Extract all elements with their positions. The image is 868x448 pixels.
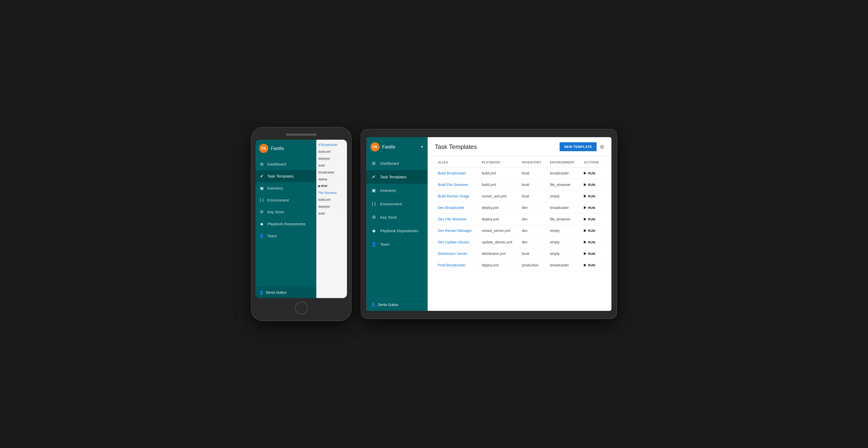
tablet-user: 👤 Denis Gukov — [366, 298, 428, 311]
cell-alias[interactable]: Dev Update Ubuntu — [435, 237, 479, 248]
tablet-screen: FA Fastlix ▼ ⊞ Dashboard ✔ Task Template… — [366, 137, 612, 311]
cell-alias[interactable]: Prod Broadcaster — [435, 260, 479, 271]
run-button[interactable]: RUN — [584, 252, 601, 256]
team-icon: 👤 — [259, 234, 264, 238]
playbook-repos-icon: ◆ — [371, 228, 377, 234]
run-button[interactable]: RUN — [584, 183, 601, 187]
sidebar-item-task-templates[interactable]: ✔ Task Templates — [366, 170, 428, 184]
col-inventory: INVENTORY — [519, 156, 547, 168]
inventory-icon: ▣ — [371, 188, 377, 193]
phone-content-row: broadcaster — [318, 170, 345, 175]
cell-actions[interactable]: RUN — [581, 213, 604, 225]
sidebar-item-label: Task Templates — [380, 175, 406, 179]
cell-inventory: dev — [519, 225, 547, 237]
sidebar-item-label: Inventory — [267, 186, 283, 190]
sidebar-item-label: Dashboard — [267, 162, 286, 166]
play-icon — [584, 229, 586, 232]
col-playbook: PLAYBOOK — [479, 156, 519, 168]
run-button[interactable]: RUN — [584, 240, 601, 244]
cell-alias[interactable]: Distribution Server — [435, 248, 479, 260]
tablet-device: FA Fastlix ▼ ⊞ Dashboard ✔ Task Template… — [361, 129, 617, 319]
cell-alias[interactable]: Build File Streamer — [435, 179, 479, 190]
cell-actions[interactable]: RUN — [581, 190, 604, 202]
cell-actions[interactable]: RUN — [581, 168, 604, 179]
phone-device: FA Fastlix ▼ TEMPLATE ⊞ Dashboard ✔ Task… — [251, 127, 351, 321]
sidebar-item-playbook-repos[interactable]: ◆ Playbook Repositories — [366, 224, 428, 238]
task-templates-icon: ✔ — [371, 174, 377, 180]
phone-content-row: build.yml — [318, 197, 345, 203]
header-actions: NEW TEMPLATE ⚙ — [560, 142, 604, 151]
table-row: Dev Update Ubuntu update_ubuntu.yml dev … — [435, 237, 604, 248]
sidebar-item-team[interactable]: 👤 Team — [366, 238, 428, 251]
phone-content-row: d Broadcaster — [318, 142, 345, 148]
cell-alias[interactable]: Dev File Streamer — [435, 213, 479, 225]
run-button[interactable]: RUN — [584, 263, 601, 267]
play-icon — [584, 241, 586, 244]
sidebar-item-label: Task Templates — [267, 174, 293, 178]
main-header: Task Templates NEW TEMPLATE ⚙ — [428, 137, 612, 156]
user-name: Denis Gukov — [378, 303, 398, 307]
run-button[interactable]: RUN — [584, 171, 601, 175]
sidebar-item-dashboard[interactable]: ⊞ Dashboard — [366, 156, 428, 170]
cell-alias[interactable]: Build Broadcaster — [435, 168, 479, 179]
cell-alias[interactable]: Dev Broadcaster — [435, 202, 479, 213]
cell-playbook: build.yml — [479, 168, 519, 179]
run-button[interactable]: RUN — [584, 195, 601, 198]
cell-actions[interactable]: RUN — [581, 202, 604, 213]
sidebar-item-label: Dashboard — [380, 161, 399, 166]
cell-inventory: local — [519, 190, 547, 202]
table-row: Prod Broadcaster deploy.yml production b… — [435, 260, 604, 271]
cell-alias[interactable]: Build Runner Image — [435, 190, 479, 202]
cell-playbook: deploy.yml — [479, 213, 519, 225]
cell-alias[interactable]: Dev Restart Manager — [435, 225, 479, 237]
cell-environment: empty — [547, 237, 581, 248]
cell-playbook: restart_server.yml — [479, 225, 519, 237]
sidebar-item-inventory[interactable]: ▣ Inventory — [366, 184, 428, 197]
playbook-repos-icon: ◆ — [259, 221, 264, 226]
sidebar-item-label: Key Store — [267, 210, 284, 214]
cell-playbook: runner_ami.yml — [479, 190, 519, 202]
tablet-header: FA Fastlix ▼ — [366, 137, 428, 156]
sidebar-item-key-store[interactable]: ⚙ Key Store — [366, 210, 428, 224]
play-icon — [584, 172, 586, 175]
run-button[interactable]: ▶ RUN — [318, 184, 345, 189]
cell-playbook: deploy.yml — [479, 202, 519, 213]
new-template-button[interactable]: NEW TEMPLATE — [560, 142, 597, 151]
sidebar-item-label: Inventory — [380, 188, 396, 192]
col-environment: ENVIRONMENT — [547, 156, 581, 168]
cell-actions[interactable]: RUN — [581, 237, 604, 248]
sidebar-item-label: Playbook Repositories — [380, 229, 418, 233]
task-templates-icon: ✔ — [259, 174, 264, 179]
cell-inventory: dev — [519, 237, 547, 248]
play-icon — [584, 264, 586, 267]
settings-icon[interactable]: ⚙ — [600, 144, 604, 150]
run-button[interactable]: RUN — [584, 217, 601, 221]
tablet-main: Task Templates NEW TEMPLATE ⚙ ALIAS PLAY… — [428, 137, 612, 311]
key-store-icon: ⚙ — [371, 214, 377, 220]
cell-environment: empty — [547, 248, 581, 260]
table-container: ALIAS PLAYBOOK INVENTORY ENVIRONMENT ACT… — [428, 156, 612, 311]
cell-environment: broadcaster — [547, 260, 581, 271]
run-button[interactable]: RUN — [584, 206, 601, 210]
team-icon: 👤 — [371, 242, 377, 247]
table-row: Dev Broadcaster deploy.yml dev broadcast… — [435, 202, 604, 213]
cell-environment: broadcaster — [547, 168, 581, 179]
cell-actions[interactable]: RUN — [581, 248, 604, 260]
phone-screen: FA Fastlix ▼ TEMPLATE ⊞ Dashboard ✔ Task… — [255, 140, 347, 298]
sidebar-item-label: Team — [380, 242, 390, 246]
phone-home-button[interactable] — [295, 302, 308, 315]
cell-actions[interactable]: RUN — [581, 225, 604, 237]
inventory-icon: ▣ — [259, 186, 264, 190]
phone-content-row: build — [318, 163, 345, 168]
play-icon — [584, 195, 586, 198]
cell-actions[interactable]: RUN — [581, 260, 604, 271]
sidebar-item-environment[interactable]: { } Environment — [366, 197, 428, 210]
brand-name: Fastlix — [382, 144, 418, 150]
user-icon: 👤 — [371, 303, 375, 307]
col-alias: ALIAS — [435, 156, 479, 168]
sidebar-item-label: Environment — [267, 198, 289, 202]
cell-environment: file_streamer — [547, 179, 581, 190]
cell-actions[interactable]: RUN — [581, 179, 604, 190]
run-button[interactable]: RUN — [584, 229, 601, 233]
user-icon: 👤 — [259, 291, 264, 295]
